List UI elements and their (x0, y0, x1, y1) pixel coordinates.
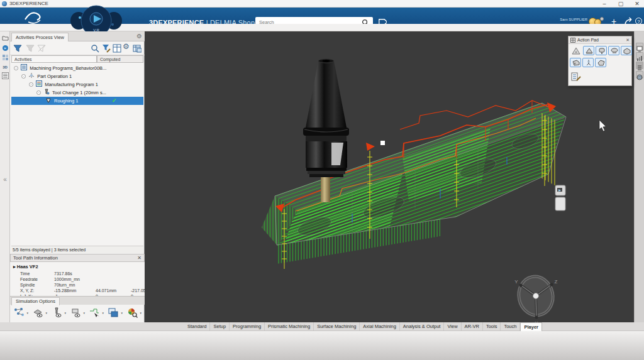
action-pad-panel[interactable]: Action Pad ✕ (568, 36, 632, 86)
filter-icon[interactable] (13, 44, 22, 53)
machining-programs-icon (21, 64, 27, 73)
computed-check-icon: ✓ (112, 97, 117, 105)
sim-option-material-analysis[interactable]: ▾ (127, 307, 138, 319)
chart-icon[interactable] (636, 52, 643, 60)
close-icon[interactable]: ✕ (626, 36, 630, 43)
panel-toolbar: ⚙ (10, 41, 145, 55)
mask-tool-icon[interactable] (570, 46, 581, 55)
sim-option-tool-visibility[interactable]: ▾ (52, 307, 62, 319)
ribbon-tab-standard[interactable]: Standard (184, 322, 210, 331)
tree-label[interactable]: Manufacturing Program 1 (45, 82, 98, 87)
sim-option-windows[interactable]: ▾ (108, 307, 119, 319)
ribbon-tab-view[interactable]: View (444, 322, 461, 331)
display-icon[interactable] (636, 43, 643, 50)
left-edge-toolbar: 3D « (0, 31, 10, 322)
right-edge-toolbar (634, 31, 644, 322)
toolpath-fringe-right (540, 112, 556, 186)
collapse-chevron[interactable]: « (1, 176, 9, 183)
tpi-row-xyz: X, Y, Z:-15.288mm44.071mm-217.052mm (10, 288, 145, 294)
gear-icon[interactable]: ⚙ (136, 33, 142, 40)
columns-icon[interactable] (113, 44, 121, 53)
tree-row[interactable]: - Tool Change 1 (20mm s... (11, 89, 143, 97)
action-pad-header[interactable]: Action Pad ✕ (569, 36, 631, 44)
minimize-button[interactable]: – (599, 0, 610, 8)
table-icon[interactable] (133, 44, 142, 53)
sim-option-stock-visibility[interactable]: ▾ (70, 307, 81, 319)
ribbon-tab-tools[interactable]: Tools (483, 322, 501, 331)
tree-toggle[interactable]: - (29, 82, 33, 87)
action-pad-button-probe[interactable] (582, 58, 594, 67)
column-header-computed[interactable]: Computed (97, 55, 143, 63)
search-icon[interactable] (91, 44, 99, 53)
simulation-options-title[interactable]: Simulation Options (11, 297, 60, 305)
sim-option-machine-visibility[interactable]: ▾ (33, 307, 43, 319)
ribbon-tab-axial-machining[interactable]: Axial Machining (360, 322, 400, 331)
ribbon-tab-surface-machining[interactable]: Surface Machining (314, 322, 360, 331)
action-pad-button-block[interactable] (621, 46, 632, 55)
filter-clear-icon[interactable] (37, 44, 46, 53)
viewport-section-buttons[interactable] (555, 185, 565, 210)
tree-toggle[interactable]: - (36, 90, 41, 95)
sphere-icon[interactable] (636, 71, 643, 79)
tree-label[interactable]: Tool Change 1 (20mm s... (52, 90, 106, 95)
action-pad-button-fixture[interactable] (570, 58, 581, 67)
simulation-options-header: Simulation Options (10, 296, 145, 305)
stock-eye-icon (70, 307, 81, 318)
assembly-icon[interactable] (1, 54, 9, 62)
ribbon-tab-setup[interactable]: Setup (210, 322, 230, 331)
ribbon-tab-analysis-output[interactable]: Analysis & Output (400, 322, 445, 331)
ribbon-tab-touch[interactable]: Touch (501, 322, 520, 331)
tool-eye-icon (52, 307, 62, 318)
grid-icon (570, 38, 575, 43)
action-pad-button-table[interactable] (608, 46, 619, 55)
tree-label[interactable]: Machining Programs_Behavior00B... (30, 65, 106, 71)
tree-row[interactable]: - Part Operation 1 (11, 72, 143, 80)
roughing-icon (45, 97, 52, 106)
close-icon[interactable]: ✕ (137, 254, 142, 262)
axis-label-y: Y (514, 279, 518, 285)
action-pad-button-part[interactable] (595, 58, 606, 67)
tree-toggle[interactable]: - (21, 74, 26, 79)
list-icon[interactable] (1, 72, 9, 80)
folder-icon[interactable] (1, 35, 9, 43)
filter-edit-icon[interactable] (102, 44, 111, 53)
tpi-row-feedrate: Feedrate1000mm_mn (10, 277, 145, 283)
tree-label[interactable]: Part Operation 1 (37, 74, 72, 79)
tree-list-icon[interactable] (636, 62, 643, 69)
ribbon-tab-player[interactable]: Player (520, 322, 542, 331)
tree-label[interactable]: Roughing 1 (54, 98, 78, 104)
action-pad-button-head[interactable] (596, 46, 607, 55)
ribbon-tab-programming[interactable]: Programming (230, 322, 265, 331)
manufacturing-program-icon (36, 80, 42, 89)
3d-viewport[interactable]: Y Z X (145, 31, 634, 322)
part-operation-icon (28, 72, 35, 81)
tpi-row-spindle: Spindle70turn_mn (10, 283, 145, 288)
ribbon-tab-bar: Standard Setup Programming Prismatic Mac… (0, 322, 644, 331)
tree-toggle[interactable]: - (14, 66, 18, 70)
filter-off-icon[interactable] (26, 44, 35, 53)
tree-row[interactable]: - Machining Programs_Behavior00B... (11, 64, 143, 72)
gear-icon[interactable]: ⚙ (123, 42, 130, 51)
column-header-activities[interactable]: Activities (11, 55, 97, 63)
3d-icon[interactable]: 3D (1, 63, 9, 71)
tree-row[interactable]: - Manufacturing Program 1 (11, 80, 143, 89)
windows-icon (108, 307, 119, 318)
sim-option-path-nodes[interactable]: ▾ (14, 307, 25, 319)
tree-row-selected[interactable]: Roughing 1 ✓ (11, 97, 143, 105)
sim-option-toolpath-select[interactable]: ▾ (89, 307, 100, 319)
tool-change-icon (43, 89, 50, 97)
panel-header: Activities Process View ⚙ (10, 31, 145, 41)
window-title: 3DEXPERIENCE (9, 1, 48, 6)
compass-icon[interactable] (1, 45, 9, 52)
maximize-button[interactable]: ▢ (615, 0, 626, 8)
panel-title-tab[interactable]: Activities Process View (11, 33, 69, 41)
ribbon-tab-ar-vr[interactable]: AR-VR (462, 322, 483, 331)
tool-path-info-header[interactable]: Tool Path Information ✕ (10, 254, 145, 262)
status-badge (600, 17, 604, 21)
action-pad-button-machine[interactable] (583, 46, 594, 55)
close-button[interactable]: ✕ (631, 0, 643, 8)
activities-panel: Activities Process View ⚙ ⚙ Activities C… (10, 31, 145, 322)
ribbon-tab-prismatic-machining[interactable]: Prismatic Machining (265, 322, 314, 331)
checklist-edit-icon[interactable] (570, 72, 581, 81)
toolpath-cursor-icon (89, 307, 100, 318)
